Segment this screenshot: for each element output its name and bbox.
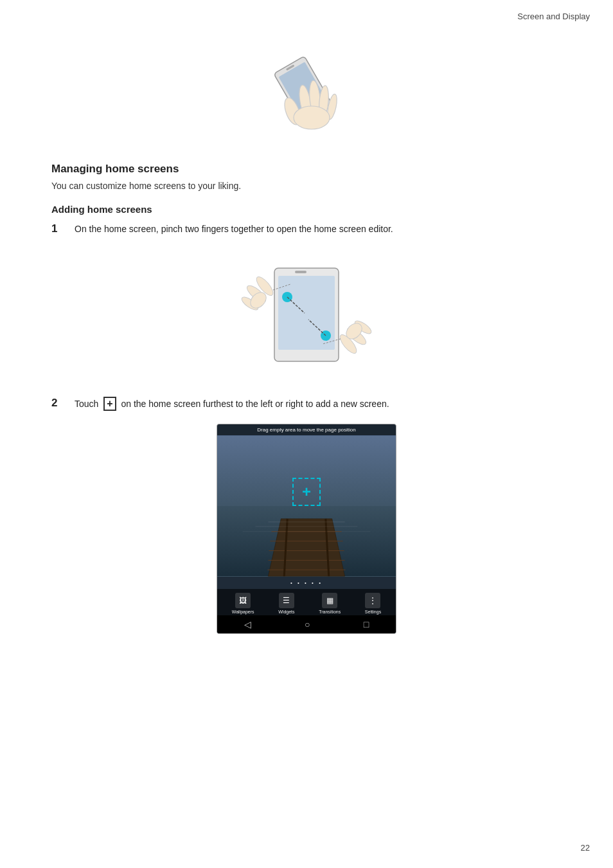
pier-background: [217, 435, 396, 577]
nav-recent[interactable]: □: [364, 619, 369, 629]
settings-icon: ⋮: [365, 593, 380, 608]
nav-home[interactable]: ○: [305, 619, 310, 629]
step-2-text: Touch + on the home screen furthest to t…: [75, 397, 562, 411]
section-description: You can customize home screens to your l…: [51, 181, 562, 191]
pinch-gesture-illustration: [223, 249, 390, 377]
illustration-pinch: [51, 249, 562, 377]
phone-toolbar: 🖼 Wallpapers ☰ Widgets ▦ Transitions ⋮ S…: [217, 589, 396, 615]
toolbar-widgets[interactable]: ☰ Widgets: [278, 593, 294, 614]
illustration-phone-screen: Drag empty area to move the page positio…: [51, 424, 562, 634]
step-2: 2 Touch + on the home screen furthest to…: [51, 397, 562, 411]
phone-screen-container: Drag empty area to move the page positio…: [217, 424, 396, 634]
hand-phone-illustration: [236, 41, 377, 143]
widgets-icon: ☰: [279, 593, 294, 608]
toolbar-settings[interactable]: ⋮ Settings: [365, 593, 381, 614]
svg-marker-28: [268, 519, 344, 576]
toolbar-transitions[interactable]: ▦ Transitions: [319, 593, 341, 614]
step-1-text: On the home screen, pinch two fingers to…: [75, 222, 562, 236]
main-content: Managing home screens You can customize …: [0, 21, 613, 679]
section-title: Managing home screens: [51, 163, 562, 176]
wallpapers-icon: 🖼: [235, 593, 251, 608]
svg-point-8: [294, 106, 330, 129]
add-screen-button[interactable]: +: [292, 478, 321, 506]
nav-back[interactable]: ◁: [244, 619, 251, 629]
step-1-number: 1: [51, 222, 75, 235]
step-1: 1 On the home screen, pinch two fingers …: [51, 222, 562, 236]
page-header: Screen and Display: [0, 0, 613, 21]
header-title: Screen and Display: [517, 12, 590, 21]
plus-icon: +: [103, 397, 116, 411]
page-dots: • • • • •: [217, 577, 396, 589]
phone-nav-bar: ◁ ○ □: [217, 615, 396, 633]
illustration-top: [51, 41, 562, 143]
subsection-title: Adding home screens: [51, 204, 562, 215]
toolbar-wallpapers[interactable]: 🖼 Wallpapers: [232, 593, 254, 614]
step-2-number: 2: [51, 397, 75, 410]
phone-screen-body: +: [217, 435, 396, 577]
transitions-icon: ▦: [322, 593, 337, 608]
page-number: 22: [581, 843, 590, 853]
svg-rect-11: [295, 271, 306, 273]
phone-screen-top-bar: Drag empty area to move the page positio…: [217, 424, 396, 435]
